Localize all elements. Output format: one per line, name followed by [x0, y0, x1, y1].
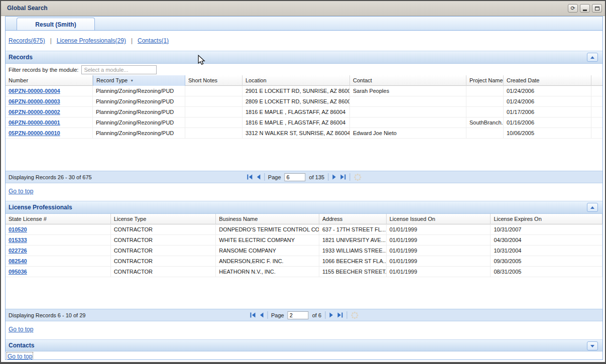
- license-professionals-go-to-top-link[interactable]: Go to top: [9, 326, 33, 333]
- cell-short_notes: [185, 117, 243, 128]
- column-header-license_type[interactable]: License Type: [111, 214, 216, 224]
- maximize-button[interactable]: [592, 4, 602, 13]
- table-row: 06PZN-00000-00001Planning/Zoning/Rezonin…: [6, 117, 602, 128]
- records-count-link[interactable]: Records(675): [9, 37, 45, 44]
- records-table-body: 06PZN-00000-00004Planning/Zoning/Rezonin…: [6, 86, 602, 139]
- column-header-license_issued_on[interactable]: License Issued On: [387, 214, 491, 224]
- cell-location: 2809 E LOCKETT RD, SUNRISE, AZ 86004: [243, 96, 350, 106]
- license-professionals-table-body: 010520CONTRACTORDONPEDRO'S TERMITE CONTR…: [6, 224, 602, 277]
- next-page-button[interactable]: [332, 174, 336, 180]
- column-header-project_name[interactable]: Project Name: [466, 75, 504, 86]
- state_license-link[interactable]: 010520: [9, 226, 27, 232]
- cell-contact: Sarah Peoples: [350, 86, 466, 96]
- prev-page-button[interactable]: [259, 312, 264, 318]
- last-page-icon: [340, 174, 346, 180]
- contacts-expand-button[interactable]: [587, 341, 598, 350]
- tab-result-smith[interactable]: Result (Smith): [17, 18, 95, 31]
- column-label: Business Name: [219, 216, 258, 222]
- cell-business_name: WHITE ELECTRIC COMPANY: [216, 235, 319, 245]
- records-section-title: Records: [9, 54, 33, 61]
- contacts-count-link[interactable]: Contacts(1): [138, 37, 169, 44]
- records-filter-row: Filter records by the module:: [6, 64, 602, 75]
- window-title: Global Search: [7, 5, 48, 12]
- cell-created_date: 01/16/2006: [504, 117, 591, 128]
- license-professionals-count-link[interactable]: License Professionals(29): [57, 37, 126, 44]
- column-label: Project Name: [469, 77, 503, 83]
- column-header-state_license[interactable]: State License #: [6, 214, 111, 224]
- number-link[interactable]: 06PZN-00000-00003: [9, 98, 60, 104]
- state_license-link[interactable]: 082540: [9, 258, 27, 264]
- state_license-link[interactable]: 022726: [9, 248, 27, 254]
- number-link[interactable]: 06PZN-00000-00004: [9, 88, 60, 94]
- cell-license_type: CONTRACTOR: [111, 267, 216, 277]
- records-collapse-button[interactable]: [587, 53, 598, 62]
- cell-short_notes: [185, 96, 243, 106]
- sort-desc-icon: ▼: [130, 79, 134, 82]
- state_license-link[interactable]: 015333: [9, 237, 27, 243]
- cell-created_date: 01/17/2006: [504, 107, 591, 117]
- last-page-button[interactable]: [337, 312, 343, 318]
- cell-project_name: [466, 128, 504, 138]
- column-header-short_notes[interactable]: Short Notes: [185, 75, 243, 86]
- cell-business_name: ANDERSON,ERIC F. INC.: [216, 256, 319, 266]
- column-header-contact[interactable]: Contact: [350, 75, 466, 86]
- records-page-input[interactable]: [285, 173, 306, 181]
- number-link[interactable]: 05PZN-00000-00010: [9, 130, 60, 136]
- column-header-business_name[interactable]: Business Name: [216, 214, 319, 224]
- cell-project_name: [466, 96, 504, 106]
- column-header-address[interactable]: Address: [319, 214, 387, 224]
- first-page-button[interactable]: [247, 174, 253, 180]
- records-go-to-top-link[interactable]: Go to top: [9, 188, 33, 195]
- table-row: 06PZN-00000-00002Planning/Zoning/Rezonin…: [6, 107, 602, 117]
- page-count-label: of 135: [309, 174, 325, 180]
- column-header-license_expires_on[interactable]: License Expires On: [491, 214, 602, 224]
- number-link[interactable]: 06PZN-00000-00002: [9, 109, 60, 115]
- column-header-record_type[interactable]: Record Type▼: [93, 75, 185, 86]
- cell-license_expires_on: 04/30/2004: [491, 235, 602, 245]
- last-page-button[interactable]: [340, 174, 346, 180]
- cell-business_name: HEATHORN N.V., INC.: [216, 267, 319, 277]
- table-row: 06PZN-00000-00003Planning/Zoning/Rezonin…: [6, 96, 602, 107]
- column-label: License Issued On: [390, 216, 435, 222]
- cell-contact: [350, 117, 466, 128]
- contacts-section-title: Contacts: [9, 342, 34, 349]
- minimize-button[interactable]: [580, 4, 590, 13]
- contacts-go-to-top-link[interactable]: Go to top: [8, 353, 32, 360]
- cell-number: 06PZN-00000-00003: [6, 96, 93, 106]
- first-page-button[interactable]: [250, 312, 256, 318]
- cell-record_type: Planning/Zoning/Rezoning/PUD: [93, 128, 185, 138]
- records-go-to-top-row: Go to top: [6, 183, 602, 201]
- cell-contact: Edward Joe Nieto: [350, 128, 466, 138]
- cell-state_license: 095036: [6, 267, 111, 277]
- page-label: Page: [271, 312, 284, 318]
- cell-project_name: [466, 107, 504, 117]
- column-header-number[interactable]: Number: [6, 75, 93, 86]
- cell-project_name: SouthBranch...: [466, 117, 504, 128]
- state_license-link[interactable]: 095036: [9, 269, 27, 275]
- pager-divider: [325, 311, 325, 319]
- number-link[interactable]: 06PZN-00000-00001: [9, 119, 60, 126]
- refresh-button[interactable]: ⟳: [568, 4, 578, 13]
- license-professionals-collapse-button[interactable]: [587, 203, 598, 212]
- column-header-location[interactable]: Location: [243, 75, 350, 86]
- cell-license_expires_on: 08/31/2005: [491, 267, 602, 277]
- module-filter-input[interactable]: [81, 65, 157, 74]
- prev-page-button[interactable]: [256, 174, 261, 180]
- cell-created_date: 01/24/2006: [504, 86, 591, 96]
- cell-license_issued_on: 01/01/1999: [387, 224, 491, 234]
- column-header-created_date[interactable]: Created Date: [504, 75, 591, 86]
- cell-number: 06PZN-00000-00001: [6, 117, 93, 128]
- cell-license_expires_on: 10/31/2007: [491, 224, 602, 234]
- first-page-icon: [250, 312, 256, 318]
- contacts-go-to-top-row: Go to top: [6, 351, 602, 360]
- cell-contact: [350, 107, 466, 117]
- license-professionals-page-input[interactable]: [288, 311, 309, 319]
- cell-location: 2901 E LOCKETT RD, SUNRISE, AZ 86004: [243, 86, 350, 96]
- license-professionals-paging-status: Displaying Records 6 - 10 of 29: [6, 312, 85, 318]
- license-professionals-go-to-top-row: Go to top: [6, 321, 602, 339]
- link-separator: |: [50, 37, 52, 44]
- next-page-button[interactable]: [329, 312, 333, 318]
- cell-short_notes: [185, 107, 243, 117]
- column-label: Location: [246, 77, 267, 83]
- cell-business_name: RANSOME COMPANY: [216, 246, 319, 256]
